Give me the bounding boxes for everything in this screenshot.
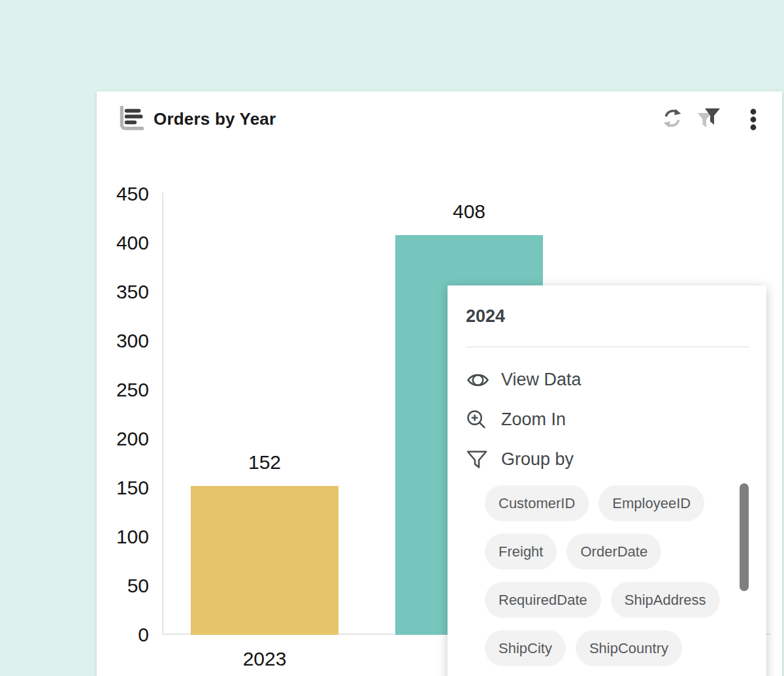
menu-item-label: Group by: [501, 449, 574, 470]
y-axis-tick-label: 200: [97, 428, 149, 450]
x-axis-tick-label: 2023: [191, 648, 338, 670]
menu-item-label: View Data: [501, 370, 581, 390]
popup-scrollbar[interactable]: [740, 483, 749, 591]
group-by-options: CustomerIDEmployeeIDFreightOrderDateRequ…: [485, 485, 720, 676]
group-by-chip-ShipCountry[interactable]: ShipCountry: [576, 630, 682, 666]
group-by-chip-RequiredDate[interactable]: RequiredDate: [485, 582, 601, 618]
y-axis-tick-label: 50: [97, 575, 149, 597]
menu-item-view-data[interactable]: View Data: [466, 360, 740, 400]
bar-2023[interactable]: [191, 486, 338, 635]
y-axis-tick-label: 400: [97, 232, 149, 254]
group-by-chip-OrderDate[interactable]: OrderDate: [566, 534, 661, 570]
group-by-chip-ShipCity[interactable]: ShipCity: [485, 630, 566, 666]
y-axis-tick-label: 100: [97, 526, 149, 548]
app-background: Orders by Year 05: [0, 0, 784, 676]
menu-item-group-by[interactable]: Group by: [466, 440, 740, 479]
chip-row: ShipCityShipCountry: [485, 630, 720, 666]
divider: [466, 346, 749, 347]
y-axis-tick-label: 0: [97, 624, 149, 646]
chip-row: RequiredDateShipAddress: [485, 582, 720, 618]
bar-value-label: 152: [191, 451, 338, 474]
zoom-in-icon: [466, 409, 492, 430]
bar-value-label: 408: [395, 201, 543, 223]
context-menu-list: View Data Zoom In: [466, 360, 740, 479]
y-axis-tick-label: 250: [97, 379, 149, 401]
group-by-chip-CustomerID[interactable]: CustomerID: [485, 485, 589, 521]
y-axis-line: [162, 193, 163, 635]
context-menu-title: 2024: [466, 306, 505, 327]
group-by-chip-EmployeeID[interactable]: EmployeeID: [598, 485, 704, 521]
menu-item-label: Zoom In: [501, 410, 566, 430]
chip-row: CustomerIDEmployeeID: [485, 485, 720, 521]
funnel-icon: [466, 449, 492, 470]
eye-icon: [466, 371, 492, 389]
group-by-chip-Freight[interactable]: Freight: [485, 534, 557, 570]
y-axis-tick-label: 350: [97, 281, 149, 303]
chip-row: FreightOrderDate: [485, 534, 720, 570]
group-by-chip-ShipAddress[interactable]: ShipAddress: [611, 582, 720, 618]
y-axis-tick-label: 150: [97, 477, 149, 499]
context-menu: 2024 View Data: [448, 285, 766, 676]
menu-item-zoom-in[interactable]: Zoom In: [466, 400, 740, 440]
y-axis-tick-label: 300: [97, 330, 149, 352]
y-axis-tick-label: 450: [97, 183, 149, 205]
